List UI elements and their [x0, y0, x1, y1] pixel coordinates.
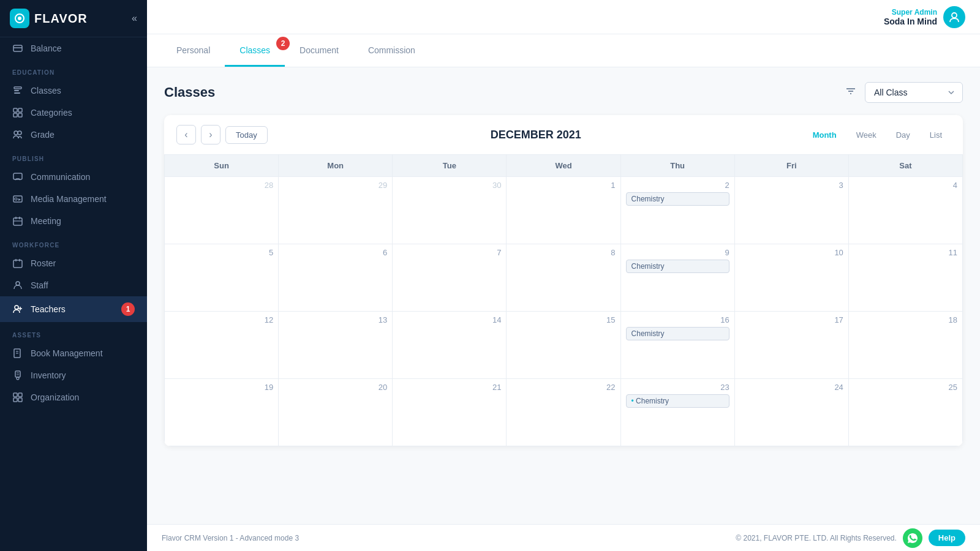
calendar-nav: ‹ › Today DECEMBER 2021 Month Week Day L… — [164, 115, 963, 154]
categories-icon — [12, 108, 23, 118]
svg-rect-32 — [13, 393, 17, 397]
calendar-day-cell[interactable]: 4 — [848, 177, 962, 244]
calendar-day-cell[interactable]: 5 — [165, 244, 279, 312]
event-chip[interactable]: Chemistry — [626, 327, 729, 340]
prev-month-button[interactable]: ‹ — [176, 125, 196, 144]
sidebar-item-book-management[interactable]: Book Management — [0, 342, 147, 364]
tab-classes[interactable]: Classes 2 — [225, 34, 285, 67]
event-chip[interactable]: Chemistry — [626, 394, 729, 408]
event-chip[interactable]: Chemistry — [626, 260, 729, 273]
tab-commission[interactable]: Commission — [353, 34, 430, 67]
view-tab-day[interactable]: Day — [888, 127, 919, 143]
sidebar-item-balance-label: Balance — [31, 43, 62, 53]
svg-point-1 — [18, 17, 21, 20]
calendar-day-cell[interactable]: 12 — [165, 312, 279, 379]
day-number: 11 — [854, 248, 957, 257]
sidebar-item-roster[interactable]: Roster — [0, 252, 147, 274]
filter-icon[interactable] — [844, 84, 858, 101]
view-tab-week[interactable]: Week — [848, 127, 885, 143]
calendar-day-cell[interactable]: 10 — [734, 244, 848, 312]
calendar-day-cell[interactable]: 18 — [848, 312, 962, 379]
help-button[interactable]: Help — [929, 530, 965, 546]
next-month-button[interactable]: › — [201, 125, 221, 144]
sidebar-item-roster-label: Roster — [31, 258, 56, 268]
svg-rect-4 — [14, 87, 21, 89]
calendar-day-cell[interactable]: 20 — [279, 379, 393, 446]
sidebar-item-meeting[interactable]: Meeting — [0, 210, 147, 232]
svg-rect-34 — [13, 398, 17, 402]
sidebar-item-teachers-label: Teachers — [31, 304, 66, 314]
grade-icon — [12, 130, 23, 140]
calendar-day-cell[interactable]: 25 — [848, 379, 962, 446]
calendar-day-cell[interactable]: 22 — [507, 379, 620, 446]
sidebar-item-organization[interactable]: Organization — [0, 386, 147, 408]
calendar-day-cell[interactable]: 6 — [279, 244, 393, 312]
user-role: Super Admin — [884, 8, 937, 17]
calendar-day-cell[interactable]: 16Chemistry — [620, 312, 734, 379]
calendar-day-cell[interactable]: 19 — [165, 379, 279, 446]
day-header-mon: Mon — [279, 155, 393, 177]
event-chip[interactable]: Chemistry — [626, 192, 729, 206]
calendar-day-cell[interactable]: 24 — [734, 379, 848, 446]
communication-icon — [12, 172, 23, 182]
calendar-day-cell[interactable]: 1 — [507, 177, 620, 244]
calendar-day-cell[interactable]: 2Chemistry — [620, 177, 734, 244]
sidebar-item-media-management[interactable]: Media Management — [0, 188, 147, 210]
day-number: 6 — [284, 248, 387, 257]
sidebar-item-grade[interactable]: Grade — [0, 124, 147, 146]
view-tab-list[interactable]: List — [921, 127, 951, 143]
day-header-tue: Tue — [393, 155, 507, 177]
calendar-day-cell[interactable]: 13 — [279, 312, 393, 379]
sidebar-item-communication[interactable]: Communication — [0, 166, 147, 188]
sidebar-header: FLAVOR « — [0, 0, 147, 37]
calendar-week-row: 1920212223Chemistry2425 — [165, 379, 963, 446]
calendar-day-cell[interactable]: 21 — [393, 379, 507, 446]
day-number: 15 — [511, 315, 615, 324]
sidebar-item-categories[interactable]: Categories — [0, 102, 147, 124]
tab-document[interactable]: Document — [285, 34, 353, 67]
avatar — [943, 6, 965, 28]
book-icon — [12, 348, 23, 358]
calendar-day-cell[interactable]: 23Chemistry — [620, 379, 734, 446]
svg-point-24 — [15, 305, 18, 309]
calendar-day-cell[interactable]: 14 — [393, 312, 507, 379]
sidebar-item-inventory[interactable]: Inventory — [0, 364, 147, 386]
sidebar-item-classes[interactable]: Classes — [0, 80, 147, 102]
sidebar-item-balance[interactable]: Balance — [0, 37, 147, 59]
day-number: 14 — [398, 315, 501, 324]
calendar-day-cell[interactable]: 30 — [393, 177, 507, 244]
calendar-day-cell[interactable]: 8 — [507, 244, 620, 312]
sidebar-section-workforce: WORKFORCE — [0, 232, 147, 252]
calendar-week-row: 56789Chemistry1011 — [165, 244, 963, 312]
sidebar-item-staff[interactable]: Staff — [0, 274, 147, 296]
calendar-day-cell[interactable]: 15 — [507, 312, 620, 379]
sidebar-item-teachers[interactable]: Teachers 1 — [0, 296, 147, 322]
day-number: 12 — [170, 315, 273, 324]
tab-personal[interactable]: Personal — [162, 34, 225, 67]
calendar-week-row: 28293012Chemistry34 — [165, 177, 963, 244]
calendar-day-cell[interactable]: 28 — [165, 177, 279, 244]
today-button[interactable]: Today — [225, 126, 268, 144]
calendar-header-row: Sun Mon Tue Wed Thu Fri Sat — [165, 155, 963, 177]
calendar-day-cell[interactable]: 17 — [734, 312, 848, 379]
view-tab-month[interactable]: Month — [804, 127, 845, 143]
calendar-day-cell[interactable]: 29 — [279, 177, 393, 244]
class-filter-select[interactable]: All Class Chemistry Physics Biology — [865, 82, 963, 103]
calendar-day-cell[interactable]: 7 — [393, 244, 507, 312]
calendar-day-cell[interactable]: 11 — [848, 244, 962, 312]
calendar-day-cell[interactable]: 9Chemistry — [620, 244, 734, 312]
roster-icon — [12, 258, 23, 268]
day-number: 9 — [626, 248, 729, 257]
whatsapp-button[interactable] — [903, 528, 922, 548]
calendar-grid: Sun Mon Tue Wed Thu Fri Sat 28293012Chem… — [164, 154, 963, 446]
calendar-day-cell[interactable]: 3 — [734, 177, 848, 244]
day-number: 22 — [511, 383, 615, 392]
day-number: 2 — [626, 181, 729, 190]
logo-text: FLAVOR — [34, 12, 88, 26]
classes-icon — [12, 86, 23, 96]
main-content: Super Admin Soda In Mind Personal Classe… — [147, 0, 980, 551]
collapse-icon[interactable]: « — [132, 13, 137, 24]
footer: Flavor CRM Version 1 - Advanced mode 3 ©… — [147, 524, 980, 551]
day-number: 21 — [398, 383, 501, 392]
day-header-sun: Sun — [165, 155, 279, 177]
